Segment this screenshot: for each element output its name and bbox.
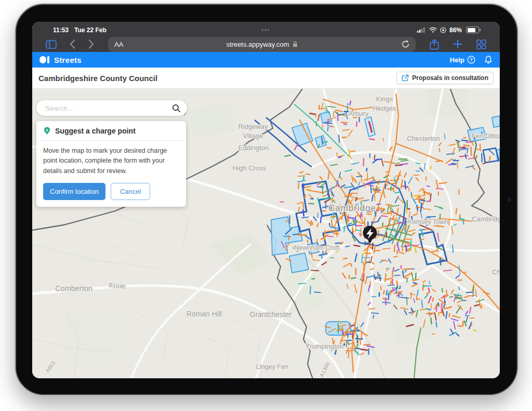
url-label: streets.appyway.com bbox=[226, 41, 289, 48]
proposals-button[interactable]: Proposals in consultation bbox=[396, 72, 494, 84]
cancel-button[interactable]: Cancel bbox=[111, 183, 150, 200]
map-label: Lingey Fen bbox=[256, 363, 288, 370]
map-label: Ridgeway bbox=[238, 123, 268, 130]
front-camera bbox=[508, 198, 511, 202]
sidebar-toggle-icon[interactable] bbox=[46, 40, 57, 49]
map-label: A603 bbox=[44, 360, 57, 374]
battery-icon bbox=[466, 26, 479, 33]
map-label: Roman Hill bbox=[187, 310, 222, 318]
map-label: Romsey Town bbox=[407, 218, 448, 226]
help-button[interactable]: Help ? bbox=[450, 56, 475, 64]
map-label: Comberton bbox=[55, 284, 92, 293]
url-text: streets.appyway.com bbox=[139, 41, 384, 48]
brand: Streets bbox=[39, 55, 82, 64]
search-icon[interactable] bbox=[172, 104, 181, 113]
map-label: Newnham Croft bbox=[295, 244, 340, 251]
battery-percent: 86% bbox=[449, 26, 462, 34]
lock-icon bbox=[292, 41, 298, 47]
suggest-charge-point-card: Suggest a charge point Move the map to m… bbox=[36, 121, 186, 207]
toolbar-right bbox=[430, 39, 486, 50]
ipad-frame: 11:53 Tue 22 Feb ••• bbox=[15, 3, 518, 396]
map-label: Hedges bbox=[373, 104, 396, 112]
sub-header: Cambridgeshire County Council Proposals … bbox=[32, 68, 500, 89]
council-title: Cambridgeshire County Council bbox=[38, 74, 157, 83]
charge-pin-icon bbox=[43, 126, 51, 136]
app-header-right: Help ? bbox=[450, 56, 493, 64]
map-label: Kings bbox=[376, 95, 393, 103]
card-title: Suggest a charge point bbox=[55, 127, 136, 135]
new-tab-icon[interactable] bbox=[453, 39, 462, 49]
confirm-location-button[interactable]: Confirm location bbox=[43, 183, 105, 200]
app-header: Streets Help ? bbox=[32, 52, 500, 68]
map-label: Trumpington bbox=[306, 342, 344, 350]
map-label: Fen Ditton bbox=[472, 132, 500, 140]
brand-name: Streets bbox=[54, 56, 82, 64]
card-buttons: Confirm location Cancel bbox=[36, 178, 186, 207]
status-bar: 11:53 Tue 22 Feb ••• bbox=[32, 22, 500, 35]
map-label: Cambridge bbox=[472, 215, 500, 223]
map-label: Village bbox=[243, 132, 263, 140]
map-label: Cambridge bbox=[328, 203, 376, 213]
help-circle-icon: ? bbox=[467, 56, 475, 64]
card-body: Move the map to mark your desired charge… bbox=[36, 141, 186, 178]
multitask-dots: ••• bbox=[262, 28, 271, 33]
cellular-icon bbox=[417, 27, 426, 33]
notifications-bell-icon[interactable] bbox=[484, 56, 493, 64]
browser-chrome: 11:53 Tue 22 Feb ••• bbox=[32, 22, 500, 52]
map-label: A1309 bbox=[318, 361, 331, 378]
map-canvas[interactable]: MadingleyRidgewayVillageEddingtonMadingl… bbox=[32, 89, 500, 378]
toolbar-left bbox=[46, 39, 94, 49]
address-bar[interactable]: AA streets.appyway.com bbox=[108, 37, 416, 52]
orientation-lock-icon bbox=[440, 27, 446, 33]
map-label: Eddington bbox=[238, 144, 269, 152]
map-label: Chesterton bbox=[407, 135, 440, 142]
card-header: Suggest a charge point bbox=[36, 121, 186, 141]
map-label: Cherry Hinton bbox=[492, 268, 500, 276]
tabs-icon[interactable] bbox=[476, 39, 486, 49]
map-label: B1046 bbox=[109, 282, 126, 290]
appyway-logo-icon bbox=[39, 55, 49, 64]
search-input[interactable] bbox=[44, 104, 172, 113]
status-right: 86% bbox=[417, 26, 479, 34]
map-label: High Cross bbox=[233, 164, 267, 172]
screen: 11:53 Tue 22 Feb ••• bbox=[32, 22, 500, 378]
proposals-label: Proposals in consultation bbox=[412, 74, 488, 82]
svg-text:?: ? bbox=[470, 57, 473, 62]
external-link-icon bbox=[402, 74, 409, 82]
map-label: Grantchester bbox=[250, 310, 292, 319]
help-label: Help bbox=[450, 56, 464, 64]
status-time: 11:53 bbox=[53, 26, 69, 34]
map-label: Arbury bbox=[349, 110, 369, 117]
back-icon[interactable] bbox=[70, 39, 75, 49]
reload-button[interactable] bbox=[402, 40, 409, 48]
forward-icon[interactable] bbox=[88, 39, 94, 49]
search-box[interactable] bbox=[36, 100, 187, 116]
status-left: 11:53 Tue 22 Feb bbox=[53, 26, 107, 34]
reader-button[interactable]: AA bbox=[114, 41, 123, 48]
charge-point-marker bbox=[363, 226, 377, 244]
share-icon[interactable] bbox=[430, 39, 439, 50]
status-date: Tue 22 Feb bbox=[74, 26, 107, 34]
browser-toolbar: AA streets.appyway.com bbox=[32, 35, 500, 53]
wifi-icon bbox=[429, 27, 437, 33]
